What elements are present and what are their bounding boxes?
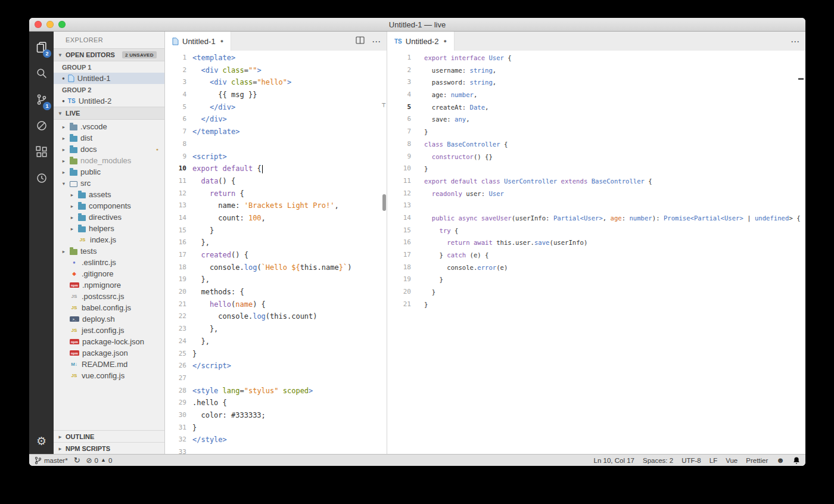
line-number: 19: [165, 273, 186, 286]
tree-item-src[interactable]: ▾src: [54, 178, 164, 189]
split-editor-button[interactable]: [356, 36, 365, 46]
file-icon: [68, 74, 74, 82]
tree-item-dist[interactable]: ▸dist: [54, 132, 164, 144]
npm-scripts-section-header[interactable]: ▸ NPM SCRIPTS: [54, 442, 164, 454]
js-icon: JS: [70, 374, 79, 378]
chevron-closed-icon[interactable]: ▸: [69, 203, 75, 209]
encoding-indicator[interactable]: UTF-8: [681, 457, 701, 464]
more-actions-button[interactable]: ⋯: [791, 37, 799, 46]
activity-history-button[interactable]: [29, 165, 54, 191]
bell-icon[interactable]: [793, 456, 800, 464]
tree-item-vue.config.js[interactable]: JSvue.config.js: [54, 370, 164, 381]
project-section-header[interactable]: ▾ LIVE: [54, 107, 164, 120]
code-line: console.log(`Hello ${this.name}`): [192, 262, 387, 274]
code-line: export interface User {: [424, 52, 805, 64]
indentation-indicator[interactable]: Spaces: 2: [643, 457, 673, 464]
chevron-closed-icon[interactable]: ▸: [61, 248, 67, 254]
code-line: name: 'Brackets Light Pro!',: [192, 200, 387, 212]
git-branch-indicator[interactable]: master*: [35, 456, 68, 465]
chevron-closed-icon[interactable]: ▸: [61, 124, 67, 130]
tree-item-helpers[interactable]: ▸helpers: [54, 223, 164, 234]
activity-explorer-button[interactable]: 2: [29, 34, 54, 60]
line-number: 27: [165, 372, 186, 385]
chevron-closed-icon[interactable]: ▸: [69, 226, 75, 232]
open-editors-header[interactable]: ▾ OPEN EDITORS 2 UNSAVED: [54, 48, 164, 61]
language-mode-indicator[interactable]: Vue: [726, 457, 737, 464]
code-line: }: [192, 422, 387, 434]
outline-section-header[interactable]: ▸ OUTLINE: [54, 430, 164, 442]
chevron-closed-icon[interactable]: ▸: [61, 147, 67, 153]
tree-item-docs[interactable]: ▸docs●: [54, 144, 164, 155]
folder-icon: [70, 125, 77, 130]
chevron-closed-icon[interactable]: ▸: [61, 158, 67, 164]
open-editor-untitled-2[interactable]: ● TS Untitled-2: [54, 95, 164, 107]
line-number: 31: [165, 422, 186, 434]
tree-item-.vscode[interactable]: ▸.vscode: [54, 121, 164, 132]
editor-scrollbar-thumb[interactable]: [382, 194, 386, 211]
activity-debug-button[interactable]: [29, 113, 54, 139]
chevron-closed-icon[interactable]: ▸: [61, 135, 67, 141]
activity-search-button[interactable]: [29, 60, 54, 86]
code-line: username: string,: [424, 64, 805, 77]
tree-item-node_modules[interactable]: ▸node_modules: [54, 155, 164, 166]
tree-item-label: dist: [80, 133, 92, 142]
code-line: </div>: [192, 113, 387, 126]
tree-item-.eslintrc.js[interactable]: ●.eslintrc.js: [54, 257, 164, 268]
tree-item-.postcssrc.js[interactable]: JS.postcssrc.js: [54, 291, 164, 302]
tree-item-deploy.sh[interactable]: >_deploy.sh: [54, 313, 164, 325]
activity-source-control-button[interactable]: 1: [29, 86, 54, 113]
cursor-position-indicator[interactable]: Ln 10, Col 17: [594, 457, 634, 464]
tab-untitled-2[interactable]: TS Untitled-2 ●: [387, 32, 455, 51]
code-line: [192, 138, 387, 151]
line-number: 8: [165, 138, 186, 151]
code-editor-2[interactable]: 123456789101112131415161718192021 export…: [387, 51, 805, 454]
sync-button[interactable]: ↻: [74, 456, 80, 464]
formatter-indicator[interactable]: Prettier: [746, 457, 768, 464]
tree-item-label: deploy.sh: [82, 315, 115, 323]
tree-item-label: src: [80, 179, 91, 188]
close-window-button[interactable]: [35, 21, 42, 28]
more-actions-button[interactable]: ⋯: [372, 37, 381, 46]
code-editor-1[interactable]: 1234567891011121314151617181920212223242…: [165, 51, 387, 454]
tree-item-README.md[interactable]: M↓README.md: [54, 359, 164, 370]
tree-item-tests[interactable]: ▸tests: [54, 245, 164, 257]
tree-item-package-lock.json[interactable]: npmpackage-lock.json: [54, 336, 164, 347]
tab-untitled-1[interactable]: Untitled-1 ●: [165, 32, 231, 51]
tree-item-label: public: [80, 167, 101, 176]
code-line: }: [424, 273, 805, 286]
eol-indicator[interactable]: LF: [709, 457, 717, 464]
tree-item-assets[interactable]: ▸assets: [54, 189, 164, 200]
folder-icon: [70, 249, 77, 255]
tree-item-babel.config.js[interactable]: JSbabel.config.js: [54, 302, 164, 313]
line-number: 20: [165, 286, 186, 298]
feedback-icon[interactable]: ☻: [776, 456, 785, 464]
code-line: console.log(this.count): [192, 310, 387, 323]
file-tree: ▸.vscode▸dist▸docs●▸node_modules▸public▾…: [54, 120, 164, 430]
tree-item-components[interactable]: ▸components: [54, 200, 164, 211]
code-line: },: [192, 323, 387, 335]
tree-item-jest.config.js[interactable]: JSjest.config.js: [54, 325, 164, 336]
problems-indicator[interactable]: ⊘ 0 ▲ 0: [86, 457, 113, 464]
js-icon: JS: [78, 238, 87, 242]
chevron-closed-icon[interactable]: ▸: [69, 192, 75, 198]
minimize-window-button[interactable]: [46, 21, 54, 28]
open-editor-untitled-1[interactable]: ● Untitled-1: [54, 73, 164, 84]
zoom-window-button[interactable]: [58, 21, 66, 28]
line-number: 6: [165, 113, 186, 126]
tree-item-.npmignore[interactable]: npm.npmignore: [54, 279, 164, 291]
tree-item-directives[interactable]: ▸directives: [54, 211, 164, 223]
tree-item-.gitignore[interactable]: ◆.gitignore: [54, 268, 164, 279]
line-number: 19: [387, 273, 411, 286]
folder-icon: [78, 204, 86, 210]
line-number: 24: [165, 335, 186, 348]
line-number: 21: [387, 298, 411, 311]
settings-button[interactable]: ⚙: [29, 428, 54, 454]
tree-item-index.js[interactable]: JSindex.js: [54, 234, 164, 245]
chevron-open-icon[interactable]: ▾: [61, 181, 67, 186]
chevron-closed-icon[interactable]: ▸: [69, 214, 75, 220]
activity-extensions-button[interactable]: [29, 139, 54, 165]
eslint-icon: ●: [70, 260, 79, 265]
tree-item-package.json[interactable]: npmpackage.json: [54, 347, 164, 359]
tree-item-public[interactable]: ▸public: [54, 166, 164, 178]
chevron-closed-icon[interactable]: ▸: [61, 169, 67, 175]
